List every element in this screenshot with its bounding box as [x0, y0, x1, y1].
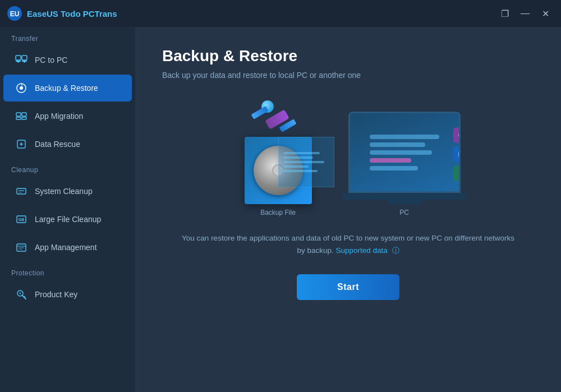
page-subtitle: Back up your data and restore to local P… — [162, 71, 534, 80]
minimize-button[interactable]: — — [516, 6, 534, 21]
sidebar-label-pc-to-pc: PC to PC — [35, 56, 67, 64]
sidebar-item-data-rescue[interactable]: Data Rescue — [3, 131, 132, 158]
sidebar-label-product-key: Product Key — [35, 290, 77, 299]
page-title: Backup & Restore — [162, 47, 534, 65]
pc-line-3 — [370, 150, 433, 155]
app-logo-area: EU EaseUS Todo PCTrans — [7, 6, 496, 21]
sidebar-item-backup-restore[interactable]: Backup & Restore — [3, 75, 132, 102]
backup-file-label: Backup File — [260, 209, 296, 216]
pc-icon-1 — [453, 127, 461, 143]
pc-line-1 — [370, 135, 439, 139]
app-title: EaseUS Todo PCTrans — [27, 9, 117, 19]
pc-icon-3: ♫ — [453, 165, 461, 181]
info-icon: ⓘ — [392, 246, 399, 255]
section-label-cleanup: Cleanup — [0, 158, 135, 177]
supported-data-link[interactable]: Supported data — [335, 246, 387, 255]
svg-text:EU: EU — [10, 10, 20, 18]
system-cleanup-icon — [15, 185, 28, 198]
svg-point-30 — [458, 132, 461, 138]
sidebar-item-large-file-cleanup[interactable]: GB Large File Cleanup — [3, 206, 132, 233]
svg-rect-18 — [19, 190, 24, 191]
svg-rect-11 — [16, 117, 21, 119]
description-area: You can restore the applications and dat… — [162, 232, 534, 256]
svg-rect-3 — [16, 61, 21, 62]
data-line-2 — [283, 156, 313, 159]
svg-rect-6 — [22, 61, 27, 62]
sidebar-label-large-file-cleanup: Large File Cleanup — [35, 215, 101, 224]
section-label-protection: Protection — [0, 261, 135, 280]
pc-screen: ♫ — [348, 112, 461, 193]
content-area: Backup & Restore Back up your data and r… — [135, 27, 561, 392]
data-line-4 — [283, 165, 309, 168]
svg-rect-5 — [22, 56, 27, 60]
pc-base — [343, 193, 466, 200]
data-stream — [278, 137, 334, 187]
close-button[interactable]: ✕ — [536, 6, 554, 21]
svg-point-27 — [19, 292, 21, 294]
app-migration-icon — [15, 109, 28, 123]
sidebar-label-backup-restore: Backup & Restore — [35, 84, 98, 93]
pc-item: ♫ PC — [346, 98, 463, 216]
backup-file-item: Backup File — [233, 98, 323, 216]
svg-rect-10 — [16, 113, 21, 116]
pc-app-icons: ♫ — [453, 127, 461, 181]
svg-rect-24 — [19, 247, 24, 248]
svg-rect-2 — [16, 56, 21, 60]
pc-to-pc-icon — [15, 53, 28, 67]
sidebar-item-system-cleanup[interactable]: System Cleanup — [3, 178, 132, 205]
backup-file-graphic — [233, 98, 323, 204]
window-controls: ❐ — ✕ — [496, 6, 554, 21]
sidebar-item-app-management[interactable]: App Management — [3, 234, 132, 261]
main-layout: Transfer PC to PC — [0, 27, 561, 392]
app-management-icon — [15, 241, 28, 254]
app-logo-icon: EU — [7, 6, 22, 21]
sidebar-label-data-rescue: Data Rescue — [35, 140, 80, 149]
data-line-1 — [283, 152, 320, 154]
svg-rect-12 — [22, 113, 26, 116]
product-key-icon — [15, 288, 28, 301]
section-label-transfer: Transfer — [0, 27, 135, 46]
sidebar-item-product-key[interactable]: Product Key — [3, 281, 132, 308]
satellite-panel-left — [251, 106, 268, 119]
svg-line-29 — [24, 296, 25, 297]
pc-line-accent — [370, 158, 411, 163]
pc-graphic: ♫ — [346, 98, 463, 204]
description-line1: You can restore the applications and dat… — [182, 234, 514, 242]
pc-stand — [388, 200, 421, 204]
title-bar: EU EaseUS Todo PCTrans ❐ — ✕ — [0, 0, 561, 27]
restore-button[interactable]: ❐ — [496, 6, 514, 21]
illustration-area: Backup File — [162, 98, 534, 216]
svg-rect-25 — [19, 249, 22, 250]
data-line-5 — [283, 170, 318, 172]
large-file-cleanup-icon: GB — [15, 213, 28, 226]
sidebar-label-app-management: App Management — [35, 243, 97, 252]
sidebar: Transfer PC to PC — [0, 27, 135, 392]
start-button[interactable]: Start — [297, 274, 399, 300]
data-line-3 — [283, 161, 325, 163]
svg-rect-31 — [458, 151, 461, 157]
svg-rect-7 — [24, 62, 25, 63]
pc-icon-2 — [453, 146, 461, 162]
sidebar-label-app-migration: App Migration — [35, 112, 83, 121]
pc-line-2 — [370, 142, 425, 147]
backup-restore-icon — [15, 81, 28, 95]
svg-rect-13 — [22, 117, 26, 119]
sidebar-item-pc-to-pc[interactable]: PC to PC — [3, 47, 132, 73]
sidebar-label-system-cleanup: System Cleanup — [35, 187, 93, 196]
svg-text:♫: ♫ — [459, 170, 461, 177]
svg-rect-19 — [19, 192, 22, 193]
pc-label: PC — [399, 209, 409, 216]
pc-line-4 — [370, 166, 419, 170]
description-line2: by backup. — [297, 246, 333, 255]
svg-text:GB: GB — [19, 218, 25, 222]
start-button-wrap: Start — [162, 274, 534, 300]
pc-screen-content — [365, 130, 444, 175]
svg-rect-4 — [17, 62, 19, 63]
sidebar-item-app-migration[interactable]: App Migration — [3, 103, 132, 130]
data-rescue-icon — [15, 137, 28, 151]
